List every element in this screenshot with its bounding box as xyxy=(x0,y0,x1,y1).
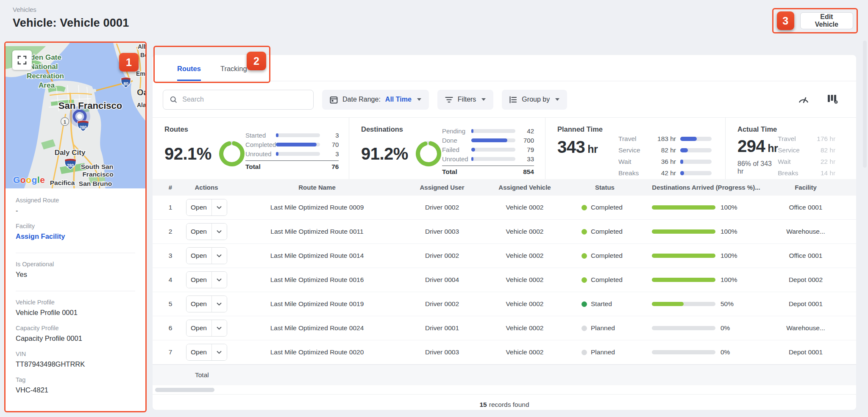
tab-routes[interactable]: Routes xyxy=(177,65,201,81)
time-row: Wait22 hr xyxy=(778,156,868,167)
progress-label: 100% xyxy=(721,204,737,211)
breadcrumb[interactable]: Vehicles xyxy=(13,6,129,13)
progress-bar xyxy=(652,205,715,210)
detail-field: Capacity ProfileCapacity Profile 0001 xyxy=(16,325,135,342)
open-dropdown-toggle[interactable] xyxy=(211,272,227,288)
column-header-assigned-user[interactable]: Assigned User xyxy=(402,184,482,191)
status-cell: Completed xyxy=(567,252,643,260)
progress-bar-fill xyxy=(652,254,715,258)
legend-row: Unrouted33 xyxy=(442,154,534,163)
column-header-actions[interactable]: Actions xyxy=(181,184,232,191)
column-header-assigned-vehicle[interactable]: Assigned Vehicle xyxy=(482,184,567,191)
total-label: Total xyxy=(442,168,457,176)
chevron-down-icon xyxy=(555,98,559,101)
legend-label: Unrouted xyxy=(245,150,276,157)
status-dot-icon xyxy=(581,326,587,331)
facility: Depot 0001 xyxy=(770,300,842,308)
assigned-user: Driver 0002 xyxy=(402,300,482,308)
progress-bar xyxy=(652,254,715,258)
row-number: 1 xyxy=(160,204,181,211)
chevron-down-icon xyxy=(481,98,486,101)
date-range-button[interactable]: Date Range: All Time xyxy=(322,90,429,110)
assigned-vehicle: Vehicle 0002 xyxy=(482,204,567,211)
svg-text:80: 80 xyxy=(123,81,128,86)
field-group: Assigned Route-FacilityAssign Facility xyxy=(16,197,135,253)
row-actions: Open xyxy=(181,295,232,312)
horizontal-scrollbar-thumb[interactable] xyxy=(155,388,214,392)
dashboard-gauge-button[interactable] xyxy=(796,92,811,107)
legend-label: Wait xyxy=(778,158,804,166)
filters-button[interactable]: Filters xyxy=(437,90,494,110)
route-name: Last Mile Optimized Route 0020 xyxy=(232,348,402,356)
field-value: Capacity Profile 0001 xyxy=(16,334,135,342)
legend-row: Done700 xyxy=(442,135,534,145)
open-dropdown-toggle[interactable] xyxy=(211,248,227,264)
legend-bar-fill xyxy=(471,148,475,152)
open-dropdown-toggle[interactable] xyxy=(211,224,227,240)
group-by-button[interactable]: Group by xyxy=(502,90,567,110)
vertical-scrollbar-thumb[interactable] xyxy=(863,41,867,168)
map-label-south-sf: South San xyxy=(81,163,114,170)
open-button-label[interactable]: Open xyxy=(186,199,211,215)
legend-value: 79 xyxy=(515,146,534,153)
field-label: Vehicle Profile xyxy=(16,299,135,306)
open-button-label[interactable]: Open xyxy=(186,296,211,312)
shield-ca1-icon: 1 xyxy=(61,118,69,126)
map-fullscreen-button[interactable] xyxy=(12,50,32,70)
status-label: Completed xyxy=(591,252,623,260)
svg-text:National: National xyxy=(29,63,58,71)
open-button-label[interactable]: Open xyxy=(186,344,211,360)
status-label: Completed xyxy=(591,276,623,284)
route-name: Last Mile Optimized Route 0009 xyxy=(232,204,402,211)
actual-time-legend: Travel176 hr6Service82 hr2Wait22 hrBreak… xyxy=(778,133,868,179)
column-header-status[interactable]: Status xyxy=(567,184,643,191)
column-header-route-name[interactable]: Route Name xyxy=(232,184,402,191)
progress-bar-fill xyxy=(652,302,684,306)
assign-facility-link[interactable]: Assign Facility xyxy=(16,232,135,240)
map-label-albany: Alba xyxy=(138,43,145,50)
legend-total: Total854 xyxy=(442,166,534,176)
column-header-facility[interactable]: Facility xyxy=(770,184,842,191)
legend-bar xyxy=(680,171,712,175)
page-header: Vehicles Vehicle: Vehicle 0001 xyxy=(13,6,129,30)
total-label: Total xyxy=(245,163,261,171)
fullscreen-icon xyxy=(17,55,27,65)
open-button: Open xyxy=(186,295,227,312)
open-button-label[interactable]: Open xyxy=(186,248,211,264)
row-number: 5 xyxy=(160,300,181,308)
open-button-label[interactable]: Open xyxy=(186,320,211,336)
open-dropdown-toggle[interactable] xyxy=(211,344,227,360)
legend-value: 3 xyxy=(320,150,339,157)
field-value: TT87943498GHTRRK xyxy=(16,360,135,368)
open-dropdown-toggle[interactable] xyxy=(211,199,227,215)
svg-text:280: 280 xyxy=(67,163,74,168)
search-box[interactable] xyxy=(163,90,314,110)
column-header-num[interactable]: # xyxy=(160,184,181,191)
status-cell: Planned xyxy=(567,348,643,356)
open-dropdown-toggle[interactable] xyxy=(211,320,227,336)
assigned-user: Driver 0003 xyxy=(402,228,482,235)
legend-row: Started3 xyxy=(245,130,339,140)
status-dot-icon xyxy=(581,277,587,283)
legend-value: 700 xyxy=(515,137,534,144)
status-cell: Completed xyxy=(567,276,643,284)
map[interactable]: 80 280 280 1 lden Gate National Recreati… xyxy=(6,43,145,188)
column-settings-button[interactable] xyxy=(825,92,840,107)
legend-label: Service xyxy=(778,146,804,154)
tab-tracking[interactable]: Tracking xyxy=(220,65,247,81)
google-logo[interactable]: Google xyxy=(13,175,45,185)
status-dot-icon xyxy=(581,301,587,307)
search-input[interactable] xyxy=(182,96,306,103)
assigned-user: Driver 0004 xyxy=(402,276,482,284)
column-header-destinations-arrived-progress[interactable]: Destinations Arrived (Progress %)... xyxy=(643,184,770,191)
status-label: Planned xyxy=(591,324,615,332)
map-label-park: lden Gate xyxy=(28,53,61,61)
open-dropdown-toggle[interactable] xyxy=(211,296,227,312)
assigned-vehicle: Vehicle 0002 xyxy=(482,324,567,332)
legend-label: Completed xyxy=(245,141,276,148)
open-button-label[interactable]: Open xyxy=(186,224,211,240)
legend-label: Unrouted xyxy=(442,155,471,163)
edit-vehicle-button[interactable]: Edit Vehicle xyxy=(800,12,853,29)
legend-label: Done xyxy=(442,137,471,144)
open-button-label[interactable]: Open xyxy=(186,272,211,288)
